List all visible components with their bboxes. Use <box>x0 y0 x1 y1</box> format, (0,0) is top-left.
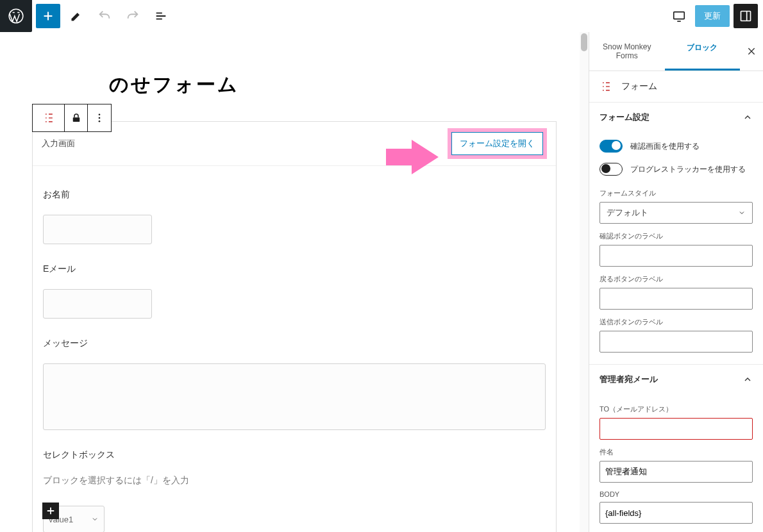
undo-button[interactable] <box>92 4 117 28</box>
add-block-button[interactable] <box>36 4 60 28</box>
panel-admin-mail: 管理者宛メール TO（メールアドレス） 件名 BODY <box>589 364 763 532</box>
panel-toggle-form-settings[interactable]: フォーム設定 <box>589 103 763 132</box>
page-title[interactable]: のせフォーム <box>109 72 557 98</box>
tab-block[interactable]: ブロック <box>665 32 741 71</box>
form-block: 入力画面 フォーム設定を開く お名前 Eメール メッセージ セレ <box>32 121 557 532</box>
open-settings-highlight: フォーム設定を開く <box>448 128 547 159</box>
svg-rect-3 <box>72 117 80 122</box>
append-block-button[interactable] <box>42 503 59 519</box>
toggle-progress-tracker[interactable] <box>600 163 623 176</box>
more-options-button[interactable] <box>88 104 111 131</box>
svg-rect-1 <box>674 12 685 19</box>
block-insert-placeholder[interactable]: ブロックを選択するには「/」を入力 <box>43 475 546 486</box>
svg-point-4 <box>99 113 101 115</box>
toggle-label: 確認画面を使用する <box>630 141 700 152</box>
field-label-name: お名前 <box>43 189 546 201</box>
open-form-settings-button[interactable]: フォーム設定を開く <box>451 132 543 155</box>
callout-arrow-icon <box>386 140 439 174</box>
form-icon <box>600 80 612 93</box>
toggle-confirm-screen[interactable] <box>600 140 623 153</box>
chevron-down-icon <box>738 209 746 217</box>
edit-mode-button[interactable] <box>64 4 88 28</box>
send-btn-label-input[interactable] <box>600 331 753 353</box>
field-label-select: セレクトボックス <box>43 449 546 461</box>
block-name-row: フォーム <box>589 71 763 102</box>
lock-icon[interactable] <box>65 104 88 131</box>
redo-button[interactable] <box>121 4 145 28</box>
view-desktop-button[interactable] <box>667 4 691 28</box>
confirm-btn-label-input[interactable] <box>600 245 753 267</box>
block-editor: のせフォーム 入力画面 フォーム設定を開く お名前 Eメール <box>0 32 589 532</box>
chevron-down-icon <box>91 515 99 523</box>
svg-point-5 <box>99 117 101 119</box>
block-name-label: フォーム <box>621 81 657 92</box>
settings-sidebar: Snow Monkey Forms ブロック フォーム フォーム設定 確認画面を… <box>589 32 763 532</box>
admin-mail-body-input[interactable] <box>600 502 753 524</box>
panel-form-settings: フォーム設定 確認画面を使用する プログレストラッカーを使用する フォームスタイ… <box>589 102 763 364</box>
chevron-up-icon <box>742 112 753 122</box>
svg-point-6 <box>99 121 101 122</box>
sidebar-tabs: Snow Monkey Forms ブロック <box>589 32 763 71</box>
field-label-email: Eメール <box>43 263 546 275</box>
label-to: TO（メールアドレス） <box>600 404 753 414</box>
label-confirm-btn: 確認ボタンのラベル <box>600 231 753 241</box>
label-form-style: フォームスタイル <box>600 188 753 198</box>
label-back-btn: 戻るボタンのラベル <box>600 274 753 284</box>
message-textarea[interactable] <box>43 363 546 430</box>
tab-plugin[interactable]: Snow Monkey Forms <box>589 32 665 71</box>
toggle-label: プログレストラッカーを使用する <box>630 164 746 175</box>
label-body: BODY <box>600 490 753 498</box>
admin-mail-subject-input[interactable] <box>600 461 753 483</box>
settings-panel-toggle[interactable] <box>734 4 758 28</box>
admin-mail-to-input[interactable] <box>600 418 753 440</box>
update-button[interactable]: 更新 <box>695 5 730 27</box>
document-overview-button[interactable] <box>149 4 173 28</box>
svg-rect-2 <box>741 12 751 21</box>
chevron-up-icon <box>742 374 753 385</box>
email-input[interactable] <box>43 289 152 319</box>
block-type-icon[interactable] <box>33 104 65 131</box>
block-floating-toolbar <box>32 104 112 132</box>
form-style-select[interactable]: デフォルト <box>600 202 753 224</box>
back-btn-label-input[interactable] <box>600 288 753 310</box>
field-label-message: メッセージ <box>43 338 546 349</box>
wp-logo[interactable] <box>0 0 32 32</box>
panel-toggle-admin-mail[interactable]: 管理者宛メール <box>589 365 763 394</box>
top-toolbar: 更新 <box>0 0 763 32</box>
label-subject: 件名 <box>600 447 753 457</box>
form-header-label: 入力画面 <box>42 138 75 149</box>
label-send-btn: 送信ボタンのラベル <box>600 317 753 327</box>
name-input[interactable] <box>43 215 152 244</box>
close-sidebar-button[interactable] <box>740 32 763 71</box>
